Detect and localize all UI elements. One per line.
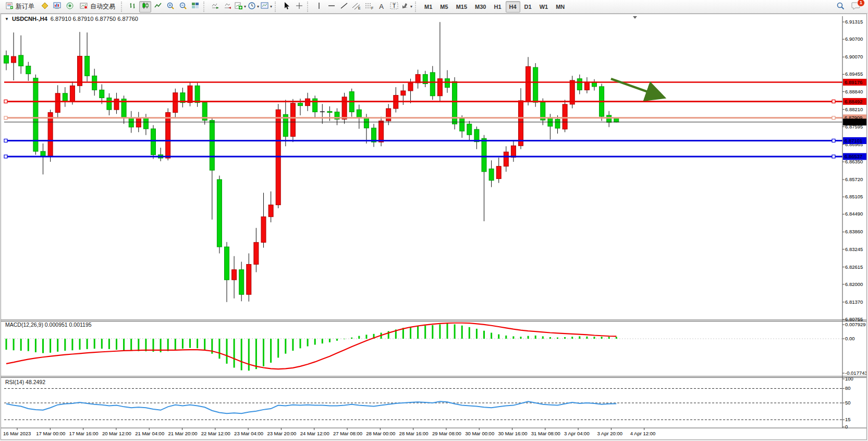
tf-h1-button[interactable]: H1 bbox=[490, 1, 505, 13]
ohlc-values: 6.87910 6.87910 6.87750 6.87760 bbox=[51, 16, 138, 22]
label-letter: T bbox=[393, 3, 396, 9]
add-indicator-button[interactable]: ▾ bbox=[234, 1, 247, 13]
svg-text:6.83245: 6.83245 bbox=[845, 246, 863, 252]
line-handle bbox=[832, 139, 835, 142]
text-tool-button[interactable]: A bbox=[375, 1, 387, 13]
svg-text:6.88492: 6.88492 bbox=[845, 99, 862, 104]
price-chart-canvas[interactable]: 6.913156.907006.900706.894556.888406.882… bbox=[1, 14, 866, 439]
svg-text:6.82615: 6.82615 bbox=[845, 264, 863, 270]
tf-m5-button[interactable]: M5 bbox=[436, 1, 451, 13]
tf-w1-button[interactable]: W1 bbox=[536, 1, 552, 13]
line-handle bbox=[832, 155, 835, 158]
tf-d1-button[interactable]: D1 bbox=[521, 1, 535, 13]
auto-trading-button[interactable]: 自动交易 bbox=[76, 1, 119, 13]
horizontal-line-tool-button[interactable] bbox=[325, 1, 337, 13]
market-watch-icon bbox=[53, 2, 62, 11]
line-chart-mode-button[interactable] bbox=[152, 1, 164, 13]
svg-text:6.90070: 6.90070 bbox=[845, 54, 863, 59]
auto-scroll-button[interactable] bbox=[209, 1, 221, 13]
svg-text:17 Mar 00:00: 17 Mar 00:00 bbox=[36, 431, 65, 436]
svg-text:24 Mar 12:00: 24 Mar 12:00 bbox=[300, 431, 329, 436]
vertical-line-tool-button[interactable] bbox=[313, 1, 325, 13]
svg-text:28 Mar 00:00: 28 Mar 00:00 bbox=[366, 431, 395, 436]
svg-text:6.85105: 6.85105 bbox=[845, 194, 863, 199]
macd-indicator-label: MACD(12,26,9) 0.000951 0.001195 bbox=[5, 321, 92, 328]
svg-text:21 Mar 20:00: 21 Mar 20:00 bbox=[168, 431, 198, 436]
text-label-tool-button[interactable]: T bbox=[388, 1, 400, 13]
svg-text:6.85720: 6.85720 bbox=[845, 176, 863, 182]
zoom-in-button[interactable] bbox=[164, 1, 176, 13]
svg-text:6.91315: 6.91315 bbox=[845, 19, 863, 25]
svg-text:20 Mar 12:00: 20 Mar 12:00 bbox=[102, 431, 131, 436]
notification-badge: 1 bbox=[857, 0, 865, 7]
new-order-button[interactable]: 新订单 bbox=[2, 1, 38, 13]
cursor-icon bbox=[283, 2, 291, 11]
toolbar-grip bbox=[275, 2, 278, 12]
line-handle bbox=[4, 116, 7, 120]
svg-text:6.83860: 6.83860 bbox=[845, 229, 863, 234]
chevron-down-icon: ▾ bbox=[270, 4, 272, 9]
line-chart-icon bbox=[154, 2, 162, 11]
fibonacci-tool-button[interactable]: F bbox=[363, 1, 375, 13]
gold-diamond-icon bbox=[41, 2, 49, 11]
navigator-button[interactable] bbox=[64, 1, 76, 13]
tf-mn-button[interactable]: MN bbox=[552, 1, 568, 13]
svg-text:23 Mar 20:00: 23 Mar 20:00 bbox=[267, 431, 296, 436]
svg-text:6.81370: 6.81370 bbox=[845, 299, 863, 305]
chevron-down-icon: ▾ bbox=[257, 4, 259, 9]
chart-title[interactable]: ▼ USDCNH-,H4 6.87910 6.87910 6.87750 6.8… bbox=[5, 16, 138, 22]
svg-text:28 Mar 16:00: 28 Mar 16:00 bbox=[399, 431, 429, 436]
periods-button[interactable]: ▾ bbox=[247, 1, 260, 13]
zoom-out-button[interactable] bbox=[177, 1, 189, 13]
trendline-tool-button[interactable] bbox=[338, 1, 350, 13]
crosshair-tool-button[interactable] bbox=[293, 1, 305, 13]
chart-shift-marker bbox=[633, 16, 637, 19]
zoom-out-icon bbox=[179, 2, 187, 11]
symbol-dropdown-icon[interactable]: ▼ bbox=[5, 17, 9, 21]
chevron-down-icon: ▾ bbox=[410, 4, 412, 9]
toolbar: 新订单 自动交易 bbox=[0, 0, 868, 14]
new-order-label: 新订单 bbox=[16, 2, 34, 11]
svg-text:6.88840: 6.88840 bbox=[845, 89, 863, 94]
bar-chart-mode-button[interactable] bbox=[127, 1, 139, 13]
line-handle bbox=[832, 116, 835, 120]
symbol-label: USDCNH-,H4 bbox=[12, 16, 47, 22]
svg-text:22 Mar 12:00: 22 Mar 12:00 bbox=[201, 431, 230, 436]
candlestick-mode-button[interactable] bbox=[139, 1, 151, 13]
svg-text:100: 100 bbox=[845, 376, 853, 382]
svg-text:27 Mar 08:00: 27 Mar 08:00 bbox=[333, 431, 362, 436]
chart-shift-button[interactable] bbox=[222, 1, 234, 13]
candlestick-icon bbox=[141, 2, 150, 11]
svg-text:17 Mar 16:00: 17 Mar 16:00 bbox=[69, 431, 99, 436]
clock-icon bbox=[248, 2, 256, 11]
tile-windows-button[interactable] bbox=[189, 1, 201, 13]
svg-text:6.90700: 6.90700 bbox=[845, 36, 863, 42]
svg-text:6.84490: 6.84490 bbox=[845, 211, 863, 217]
tf-h4-button[interactable]: H4 bbox=[506, 1, 520, 13]
templates-button[interactable]: ▾ bbox=[260, 1, 273, 13]
metaeditor-button[interactable] bbox=[39, 1, 51, 13]
svg-text:6.86537: 6.86537 bbox=[845, 153, 862, 159]
rsi-indicator-label: RSI(14) 48.2492 bbox=[5, 379, 45, 385]
line-handle bbox=[4, 155, 7, 158]
cursor-tool-button[interactable] bbox=[280, 1, 292, 13]
navigator-icon bbox=[66, 2, 74, 11]
search-icon bbox=[836, 2, 845, 12]
tf-m15-button[interactable]: M15 bbox=[453, 1, 471, 13]
chart-window: 6.913156.907006.900706.894556.888406.882… bbox=[1, 14, 867, 440]
svg-text:-0.017743: -0.017743 bbox=[845, 370, 866, 376]
auto-trading-icon bbox=[80, 2, 88, 11]
market-watch-button[interactable] bbox=[51, 1, 63, 13]
auto-scroll-icon bbox=[211, 2, 219, 11]
channel-tool-button[interactable]: E bbox=[350, 1, 362, 13]
notifications-button[interactable]: 1 bbox=[850, 1, 862, 13]
tf-m30-button[interactable]: M30 bbox=[471, 1, 490, 13]
line-handle bbox=[4, 139, 7, 142]
arrows-tool-button[interactable]: ▾ bbox=[400, 1, 413, 13]
arrows-icon bbox=[401, 2, 409, 11]
mt4-window: 新订单 自动交易 bbox=[0, 0, 868, 441]
search-button[interactable] bbox=[835, 1, 847, 13]
bar-chart-icon bbox=[129, 2, 137, 11]
svg-text:6.88210: 6.88210 bbox=[845, 106, 863, 112]
tf-m1-button[interactable]: M1 bbox=[421, 1, 436, 13]
